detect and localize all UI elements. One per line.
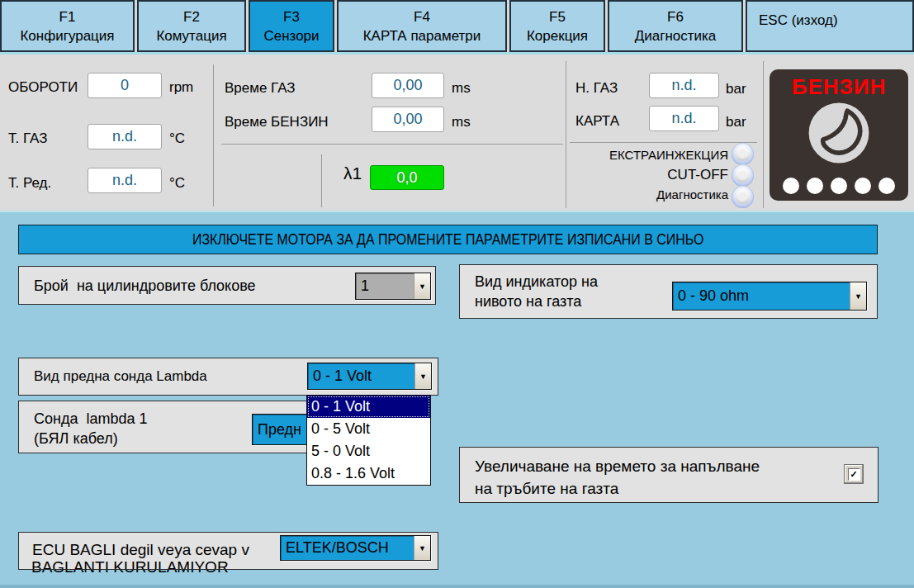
tab-key: F6 — [609, 7, 741, 26]
fuel-level-dot — [807, 178, 823, 194]
fuel-level-dots — [770, 178, 908, 194]
dropdown-option-5-0-volt[interactable]: 5 - 0 Volt — [307, 440, 430, 462]
ecu-label-line2: BAGLANTI KURULAMIYOR — [31, 558, 229, 576]
tab-key: F2 — [139, 7, 244, 26]
map-pressure-value-field: n.d. — [649, 106, 719, 131]
gas-time-label: Време ГАЗ — [225, 80, 296, 97]
fuel-level-dot — [878, 178, 895, 194]
gas-pressure-value-field: n.d. — [649, 73, 719, 98]
gas-level-indicator-combo-value: 0 - 90 ohm — [673, 282, 850, 310]
divider — [321, 154, 322, 207]
divider — [213, 64, 214, 206]
divider — [18, 569, 438, 570]
function-tab-bar: F1 Конфигурация F2 Комутация F3 Сензори … — [0, 0, 914, 52]
gas-level-indicator-combo[interactable]: 0 - 90 ohm ▼ — [672, 282, 867, 311]
rpm-value-field: 0 — [88, 73, 162, 98]
warning-banner-text: ИЗКЛЮЧЕТЕ МОТОРА ЗА ДА ПРОМЕНИТЕ ПАРАМЕТ… — [192, 230, 703, 249]
chevron-down-icon[interactable]: ▼ — [414, 363, 431, 389]
tab-f2-commutation[interactable]: F2 Комутация — [137, 0, 246, 52]
cylinders-combo-value: 1 — [356, 273, 414, 299]
reducer-temp-unit: °C — [169, 175, 185, 192]
tab-label: КАРТА параметри — [339, 26, 505, 45]
gas-time-value-field: 0,00 — [372, 73, 444, 98]
refill-time-checkbox[interactable]: ✓ — [844, 464, 864, 484]
dropdown-option-0-5-volt[interactable]: 0 - 5 Volt — [307, 418, 430, 440]
lambda1-label: λ1 — [343, 164, 362, 183]
fuel-level-dot — [855, 178, 871, 194]
tab-esc-exit[interactable]: ESC (изход) — [746, 0, 914, 52]
gas-temp-label: Т. ГАЗ — [8, 130, 47, 147]
front-lambda-panel: Вид предна сонда Lambda 0 - 1 Volt ▼ — [18, 358, 438, 396]
gas-temp-unit: °C — [169, 130, 185, 147]
gas-temp-value-field: n.d. — [88, 124, 162, 149]
dropdown-option-0-1-volt[interactable]: 0 - 1 Volt — [307, 396, 430, 418]
tab-label: Комутация — [139, 26, 244, 45]
chevron-down-icon[interactable]: ▼ — [414, 536, 430, 560]
cutoff-led — [732, 164, 754, 187]
lambda1-sensor-combo-value: Предн — [253, 415, 306, 444]
tab-f6-diagnostics[interactable]: F6 Диагностика — [608, 0, 743, 52]
tab-key: F3 — [250, 7, 333, 26]
tab-key: F5 — [511, 7, 604, 26]
map-pressure-label: КАРТА — [575, 113, 619, 130]
fuel-level-dot — [783, 178, 799, 194]
tab-f4-map-parameters[interactable]: F4 КАРТА параметри — [337, 0, 507, 52]
cylinders-combo[interactable]: 1 ▼ — [355, 273, 431, 300]
tab-f1-configuration[interactable]: F1 Конфигурация — [0, 0, 135, 52]
front-lambda-label: Вид предна сонда Lambda — [19, 367, 207, 386]
tab-key: F4 — [339, 7, 505, 26]
map-pressure-unit: bar — [726, 114, 746, 130]
tab-label: Конфигурация — [2, 26, 133, 45]
diagnostics-led — [732, 186, 754, 208]
petrol-time-label: Време БЕНЗИН — [225, 114, 329, 130]
reducer-temp-value-field: n.d. — [88, 168, 162, 193]
ecu-combo-value: ELTEK/BOSCH — [281, 536, 414, 560]
tab-key: F1 — [2, 7, 133, 26]
cylinders-panel: Брой на цилиндровите блокове 1 ▼ — [18, 266, 436, 305]
tab-label: Диагностика — [609, 26, 741, 45]
petrol-time-unit: ms — [452, 114, 471, 130]
chevron-down-icon[interactable]: ▼ — [414, 273, 430, 299]
tab-f3-sensors-active[interactable]: F3 Сензори — [249, 0, 334, 52]
checkmark-icon: ✓ — [848, 468, 860, 481]
diagnostics-label: Диагностика — [528, 187, 728, 202]
lambda1-value-field: 0,0 — [370, 165, 444, 190]
divider — [570, 142, 757, 143]
ecu-combo[interactable]: ELTEK/BOSCH ▼ — [280, 535, 431, 561]
tab-f5-correction[interactable]: F5 Корекция — [509, 0, 605, 52]
extra-injection-label: ЕКСТРАИНЖЕКЦИЯ — [528, 148, 728, 162]
screen-bottom-edge — [0, 585, 914, 588]
dropdown-option-08-16-volt[interactable]: 0.8 - 1.6 Volt — [307, 462, 430, 485]
extra-injection-led — [732, 143, 754, 165]
cylinders-label: Брой на цилиндровите блокове — [19, 276, 256, 296]
gas-pressure-unit: bar — [726, 81, 746, 97]
divider — [566, 61, 566, 208]
rpm-label: ОБОРОТИ — [8, 79, 78, 96]
petrol-time-value-field: 0,00 — [372, 107, 444, 132]
fuel-petrol-button[interactable]: БЕНЗИН — [770, 69, 908, 201]
lambda1-sensor-combo[interactable]: Предн — [252, 414, 307, 445]
reducer-temp-label: Т. Ред. — [8, 175, 51, 192]
cutoff-label: CUT-OFF — [528, 167, 728, 183]
front-lambda-dropdown-list: 0 - 1 Volt 0 - 5 Volt 5 - 0 Volt 0.8 - 1… — [306, 395, 431, 486]
tab-label: Корекция — [511, 26, 604, 45]
live-data-panel: ОБОРОТИ 0 rpm Т. ГАЗ n.d. °C Т. Ред. n.d… — [0, 52, 914, 212]
front-lambda-combo-value: 0 - 1 Volt — [308, 363, 414, 389]
gas-pressure-label: Н. ГАЗ — [575, 80, 618, 97]
tab-label: Сензори — [250, 26, 333, 45]
warning-banner: ИЗКЛЮЧЕТЕ МОТОРА ЗА ДА ПРОМЕНИТЕ ПАРАМЕТ… — [18, 225, 878, 254]
gas-level-indicator-panel: Вид индикатор на нивото на газта 0 - 90 … — [459, 264, 878, 319]
rpm-unit: rpm — [169, 79, 193, 96]
fuel-level-dot — [831, 178, 847, 194]
refill-time-panel: Увеличаване на времето за напълване на т… — [459, 447, 878, 503]
divider — [763, 61, 764, 208]
refill-time-label: Увеличаване на времето за напълване на т… — [460, 448, 878, 500]
fuel-button-label: БЕНЗИН — [770, 74, 908, 100]
tab-key: ESC (изход) — [759, 11, 912, 30]
chevron-down-icon[interactable]: ▼ — [850, 282, 866, 310]
front-lambda-combo[interactable]: 0 - 1 Volt ▼ — [307, 363, 432, 390]
gas-drop-icon — [807, 102, 870, 164]
divider — [221, 144, 563, 145]
gas-time-unit: ms — [452, 80, 471, 97]
